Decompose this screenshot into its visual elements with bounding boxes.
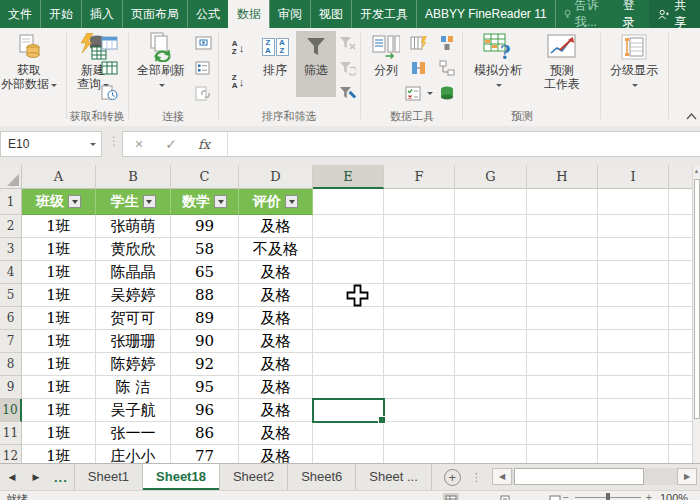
cell[interactable] (598, 445, 669, 463)
cell[interactable]: 庄小小 (96, 445, 171, 463)
vertical-scrollbar[interactable]: ▲ (692, 165, 700, 463)
horizontal-scrollbar[interactable]: ◀ ▶ (492, 468, 697, 485)
cell[interactable] (455, 422, 527, 445)
col-header-I[interactable]: I (598, 165, 669, 189)
cell[interactable] (669, 215, 692, 238)
col-header-partial[interactable] (669, 165, 692, 189)
cell[interactable]: 77 (171, 445, 239, 463)
cell[interactable] (384, 307, 455, 330)
cell[interactable] (527, 261, 598, 284)
cell[interactable] (455, 330, 527, 353)
cell[interactable] (598, 238, 669, 261)
cell[interactable] (455, 399, 527, 422)
row-number-10[interactable]: 10 (0, 399, 22, 422)
cell[interactable] (313, 330, 384, 353)
cell[interactable]: 96 (171, 399, 239, 422)
cell[interactable] (527, 215, 598, 238)
cell[interactable] (669, 261, 692, 284)
cell[interactable] (455, 261, 527, 284)
row-number-9[interactable]: 9 (0, 376, 22, 399)
cell[interactable] (455, 189, 527, 215)
cell[interactable] (527, 284, 598, 307)
ribbon-tab-开发工具[interactable]: 开发工具 (351, 0, 416, 28)
cell[interactable]: 贺可可 (96, 307, 171, 330)
page-layout-view-icon[interactable] (497, 493, 513, 500)
cell[interactable] (455, 445, 527, 463)
cell[interactable]: 65 (171, 261, 239, 284)
cell[interactable] (384, 189, 455, 215)
sheet-tab-Sheet1[interactable]: Sheet1 (75, 464, 143, 490)
cell[interactable]: 90 (171, 330, 239, 353)
cell[interactable]: 及格 (239, 261, 313, 284)
enter-icon[interactable]: ✓ (155, 136, 187, 152)
cell[interactable] (527, 307, 598, 330)
cell[interactable]: 陈婷婷 (96, 353, 171, 376)
cell[interactable] (598, 376, 669, 399)
row-number-4[interactable]: 4 (0, 261, 22, 284)
cell[interactable] (598, 330, 669, 353)
table-header-cell[interactable]: 学生 (96, 189, 171, 215)
connections-icon[interactable] (192, 33, 214, 53)
formula-bar-splitter[interactable]: ⋮ (108, 134, 120, 148)
cell[interactable]: 1班 (22, 307, 96, 330)
cell[interactable] (384, 353, 455, 376)
name-box[interactable]: E10 (0, 131, 102, 157)
cell[interactable] (527, 353, 598, 376)
cell[interactable] (669, 189, 692, 215)
cell[interactable] (669, 284, 692, 307)
advanced-filter-icon[interactable] (336, 83, 358, 103)
sheet-nav-right-icon[interactable]: ▶ (24, 464, 48, 490)
sheet-nav-left-icon[interactable]: ◀ (0, 464, 24, 490)
cell[interactable] (384, 284, 455, 307)
insert-function-icon[interactable]: fx (187, 137, 221, 152)
outline-button[interactable]: 分级显示 (604, 31, 664, 85)
cell[interactable] (313, 189, 384, 215)
cell[interactable] (455, 238, 527, 261)
sheet-tab-Sheet2[interactable]: Sheet2 (220, 464, 288, 490)
cell[interactable]: 88 (171, 284, 239, 307)
filter-dropdown-icon[interactable] (285, 195, 298, 208)
ribbon-collapse-icon[interactable] (680, 106, 700, 126)
cell[interactable] (527, 422, 598, 445)
col-header-B[interactable]: B (96, 165, 171, 189)
row-number-3[interactable]: 3 (0, 238, 22, 261)
sheet-tab-Sheet...[interactable]: Sheet ... (356, 464, 431, 490)
name-box-dropdown-icon[interactable] (85, 132, 101, 156)
sheet-tab-options-icon[interactable]: ⋮ (471, 471, 482, 484)
formula-input[interactable] (228, 132, 700, 156)
cell[interactable] (384, 422, 455, 445)
cell[interactable]: 及格 (239, 330, 313, 353)
cell[interactable] (384, 376, 455, 399)
cell[interactable]: 99 (171, 215, 239, 238)
cell[interactable] (384, 238, 455, 261)
cell[interactable]: 及格 (239, 307, 313, 330)
cell[interactable]: 1班 (22, 445, 96, 463)
sign-in-button[interactable]: 登录 (613, 0, 649, 31)
cell[interactable]: 1班 (22, 238, 96, 261)
cell[interactable]: 张珊珊 (96, 330, 171, 353)
cell[interactable]: 及格 (239, 445, 313, 463)
cell[interactable] (313, 238, 384, 261)
col-header-A[interactable]: A (22, 165, 96, 189)
ribbon-tab-审阅[interactable]: 审阅 (269, 0, 310, 28)
row-number-8[interactable]: 8 (0, 353, 22, 376)
ribbon-tab-数据[interactable]: 数据 (228, 0, 269, 28)
table-header-cell[interactable]: 班级 (22, 189, 96, 215)
tell-me-box[interactable]: 告诉我... (555, 0, 613, 31)
cell[interactable] (527, 189, 598, 215)
cell[interactable] (598, 399, 669, 422)
forecast-sheet-button[interactable]: 预测 工作表 (534, 31, 590, 91)
cell[interactable] (669, 238, 692, 261)
cell[interactable] (384, 445, 455, 463)
cell[interactable]: 89 (171, 307, 239, 330)
get-external-data-button[interactable]: 获取 外部数据 (0, 31, 64, 91)
ribbon-tab-视图[interactable]: 视图 (310, 0, 351, 28)
cell[interactable]: 黄欣欣 (96, 238, 171, 261)
ribbon-tab-ABBYY FineReader 11[interactable]: ABBYY FineReader 11 (416, 0, 555, 28)
sheet-more-indicator[interactable]: ... (48, 464, 74, 490)
col-header-H[interactable]: H (527, 165, 598, 189)
cell[interactable]: 陈 洁 (96, 376, 171, 399)
relationships-icon[interactable] (436, 58, 458, 78)
cell[interactable]: 不及格 (239, 238, 313, 261)
cell[interactable] (598, 261, 669, 284)
